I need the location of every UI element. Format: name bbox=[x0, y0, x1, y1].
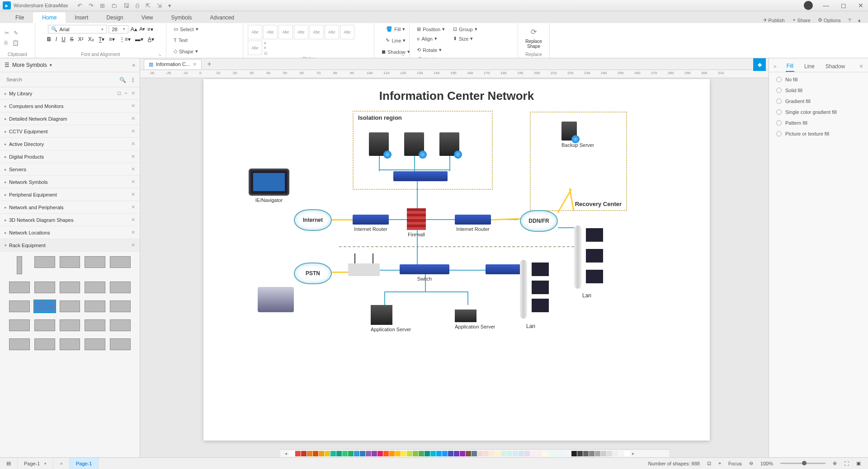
styles-more-icon[interactable]: ⊟ bbox=[264, 51, 268, 56]
line-button[interactable]: ✎ Line ▾ bbox=[383, 36, 408, 45]
panel-toggle-handle[interactable]: ◆ bbox=[753, 58, 766, 71]
category-close-icon[interactable]: ✕ bbox=[131, 154, 135, 159]
new-icon[interactable]: ⊞ bbox=[100, 2, 105, 9]
lan-pc[interactable] bbox=[586, 228, 603, 242]
underline-button[interactable]: U bbox=[61, 36, 66, 42]
shape-thumb[interactable] bbox=[110, 319, 131, 331]
category-close-icon[interactable]: ✕ bbox=[131, 128, 135, 134]
style-preset[interactable]: Abc bbox=[340, 25, 354, 39]
open-icon[interactable]: 🗀 bbox=[111, 2, 117, 9]
shape-thumb[interactable] bbox=[85, 300, 105, 312]
color-swatch[interactable] bbox=[395, 451, 401, 456]
document-tab-close-icon[interactable]: ✕ bbox=[193, 61, 197, 67]
color-swatch[interactable] bbox=[624, 451, 630, 456]
server-node[interactable] bbox=[439, 132, 459, 156]
lan-pc[interactable] bbox=[532, 281, 549, 294]
color-swatch[interactable] bbox=[383, 451, 389, 456]
color-swatch[interactable] bbox=[613, 451, 618, 456]
symbols-header[interactable]: More Symbols bbox=[12, 62, 47, 68]
shape-thumb[interactable] bbox=[85, 281, 105, 293]
color-swatch[interactable] bbox=[583, 451, 589, 456]
shape-thumb[interactable] bbox=[9, 300, 30, 312]
group-button[interactable]: ⊡ Group▾ bbox=[450, 25, 482, 33]
minimize-button[interactable]: — bbox=[821, 2, 831, 9]
color-swatch[interactable] bbox=[330, 451, 336, 456]
subscript-button[interactable]: X₂ bbox=[88, 36, 94, 42]
style-preset[interactable]: Abc bbox=[263, 25, 278, 39]
tab-advanced[interactable]: Advanced bbox=[201, 12, 243, 23]
ribbon-collapse-icon[interactable]: ▴ bbox=[858, 17, 861, 23]
lan-pc[interactable] bbox=[532, 299, 549, 312]
shape-thumb[interactable] bbox=[85, 319, 105, 331]
printer-node[interactable] bbox=[258, 287, 294, 312]
color-swatch[interactable] bbox=[571, 451, 577, 456]
panel-expand-icon[interactable]: » bbox=[774, 63, 777, 70]
shape-thumb[interactable] bbox=[85, 338, 105, 350]
shape-thumb[interactable] bbox=[60, 319, 80, 331]
color-swatch[interactable] bbox=[466, 451, 471, 456]
style-preset[interactable]: Abc bbox=[309, 25, 324, 39]
fit-page-icon[interactable]: ⛶ bbox=[844, 461, 849, 466]
shape-thumb[interactable] bbox=[34, 338, 55, 350]
color-swatch[interactable] bbox=[419, 451, 424, 456]
tablet-node[interactable]: IE/Navigator bbox=[249, 169, 289, 203]
color-swatch[interactable] bbox=[542, 451, 547, 456]
styles-down-icon[interactable]: ▾ bbox=[264, 46, 268, 50]
color-swatch[interactable] bbox=[595, 451, 600, 456]
color-swatch[interactable] bbox=[401, 451, 406, 456]
text-tool[interactable]: T Text bbox=[171, 36, 205, 44]
page[interactable]: Information Center Network Isolation reg… bbox=[203, 79, 710, 441]
category-close-icon[interactable]: ✕ bbox=[131, 179, 135, 185]
category-close-icon[interactable]: ✕ bbox=[131, 141, 135, 147]
lib-add-icon[interactable]: + bbox=[125, 90, 127, 96]
zoom-in-icon[interactable]: ⊕ bbox=[833, 460, 837, 466]
tab-symbols[interactable]: Symbols bbox=[162, 12, 201, 23]
lan-pc[interactable] bbox=[586, 270, 603, 283]
color-swatch[interactable] bbox=[548, 451, 553, 456]
color-swatch[interactable] bbox=[560, 451, 565, 456]
server-node[interactable] bbox=[369, 132, 389, 156]
color-swatch[interactable] bbox=[430, 451, 436, 456]
symbols-collapse-icon[interactable]: « bbox=[132, 62, 135, 68]
line-tab[interactable]: Line bbox=[803, 61, 816, 71]
pages-menu[interactable]: ▤ bbox=[0, 458, 18, 469]
shape-thumb[interactable] bbox=[34, 319, 55, 331]
line-spacing-icon[interactable]: ≡▾ bbox=[109, 36, 115, 42]
zoom-out-icon[interactable]: ⊖ bbox=[749, 460, 753, 466]
fill-option[interactable]: Pattern fill bbox=[776, 120, 861, 126]
lan-pc[interactable] bbox=[586, 249, 603, 263]
fill-option[interactable]: Gradient fill bbox=[776, 98, 861, 104]
position-button[interactable]: ⊞ Position▾ bbox=[414, 25, 448, 33]
shape-thumb[interactable] bbox=[17, 256, 22, 274]
align-button[interactable]: ≡ Align▾ bbox=[414, 34, 448, 43]
add-page-button[interactable]: + bbox=[53, 458, 69, 469]
tab-view[interactable]: View bbox=[132, 12, 162, 23]
color-swatch[interactable] bbox=[460, 451, 465, 456]
shape-thumb[interactable] bbox=[9, 319, 30, 331]
size-button[interactable]: ⬍ Size▾ bbox=[450, 34, 482, 43]
rack-2[interactable] bbox=[574, 225, 581, 289]
symbol-category[interactable]: ▸Active Directory✕ bbox=[0, 138, 140, 150]
color-swatch[interactable] bbox=[524, 451, 530, 456]
color-swatch[interactable] bbox=[407, 451, 412, 456]
color-swatch[interactable] bbox=[513, 451, 518, 456]
color-swatch[interactable] bbox=[336, 451, 342, 456]
color-swatch[interactable] bbox=[472, 451, 477, 456]
symbol-category[interactable]: ▸Network and Peripherals✕ bbox=[0, 201, 140, 214]
shape-thumb[interactable] bbox=[85, 256, 105, 268]
add-document-tab[interactable]: + bbox=[207, 60, 211, 68]
symbols-search-input[interactable] bbox=[5, 75, 135, 84]
fullscreen-icon[interactable]: ▣ bbox=[856, 460, 861, 466]
modem-node[interactable] bbox=[348, 263, 380, 276]
color-swatch[interactable] bbox=[601, 451, 606, 456]
color-swatch[interactable] bbox=[307, 451, 312, 456]
color-swatch[interactable] bbox=[554, 451, 559, 456]
style-preset[interactable]: Abc bbox=[294, 25, 308, 39]
select-tool[interactable]: ▭ Select ▾ bbox=[171, 25, 205, 33]
export-icon[interactable]: ⇱ bbox=[146, 2, 151, 9]
color-swatch[interactable] bbox=[413, 451, 418, 456]
color-swatch[interactable] bbox=[377, 451, 383, 456]
color-swatch[interactable] bbox=[348, 451, 354, 456]
color-swatch[interactable] bbox=[289, 451, 295, 456]
font-launcher-icon[interactable]: ↘ bbox=[158, 52, 161, 57]
